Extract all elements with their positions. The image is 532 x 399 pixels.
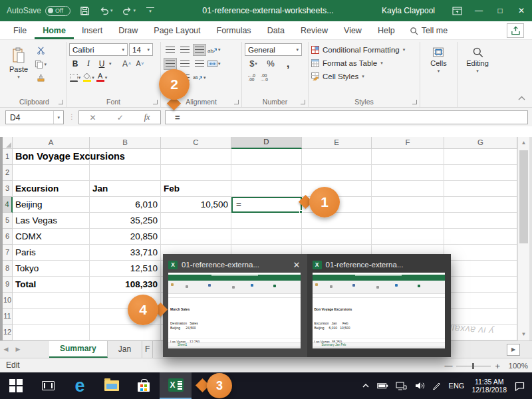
tab-draw[interactable]: Draw: [110, 23, 146, 39]
column-header-a[interactable]: A: [13, 137, 90, 149]
autosave-toggle[interactable]: Off: [45, 6, 70, 16]
vertical-scrollbar[interactable]: ▲ ▼: [517, 137, 529, 340]
cell[interactable]: [302, 229, 372, 245]
dialog-launcher-icon[interactable]: [59, 100, 63, 104]
increase-decimal-button[interactable]: ←.0 .00: [247, 74, 255, 82]
cell[interactable]: [444, 181, 517, 197]
align-left-button[interactable]: [164, 58, 177, 70]
tab-home[interactable]: Home: [35, 23, 74, 39]
tab-data[interactable]: Data: [259, 23, 293, 39]
cell[interactable]: [372, 181, 444, 197]
column-header-e[interactable]: E: [302, 137, 372, 149]
dialog-launcher-icon[interactable]: [301, 100, 305, 104]
name-box[interactable]: D4 ▾: [5, 110, 64, 124]
cell[interactable]: 6,010: [90, 197, 161, 213]
store-button[interactable]: [128, 372, 160, 399]
cell[interactable]: [372, 229, 444, 245]
user-name[interactable]: Kayla Claypool: [382, 6, 435, 15]
select-all-corner[interactable]: [3, 137, 13, 149]
grow-font-button[interactable]: A˄: [121, 57, 133, 70]
cell[interactable]: CDMX: [13, 229, 90, 245]
dialog-launcher-icon[interactable]: [153, 100, 158, 104]
column-header-c[interactable]: C: [161, 137, 231, 149]
cell[interactable]: [90, 325, 161, 340]
cell[interactable]: 108,330: [90, 277, 161, 293]
maximize-button[interactable]: □: [489, 0, 511, 21]
language-indicator[interactable]: ENG: [449, 382, 465, 390]
cell[interactable]: [372, 197, 444, 213]
row-header[interactable]: 6: [3, 229, 13, 245]
cell[interactable]: [444, 213, 517, 229]
formula-input[interactable]: =: [165, 110, 528, 124]
comma-style-button[interactable]: ,: [282, 57, 294, 70]
cell[interactable]: Feb: [161, 181, 231, 197]
tab-insert[interactable]: Insert: [74, 23, 110, 39]
borders-button[interactable]: ▾: [69, 71, 81, 84]
active-cell-d4[interactable]: =: [231, 197, 302, 213]
cell[interactable]: [444, 245, 517, 261]
row-header[interactable]: 7: [3, 245, 13, 261]
cell-styles-button[interactable]: Cell Styles▾: [311, 70, 417, 83]
row-header[interactable]: 1: [3, 149, 13, 165]
percent-style-button[interactable]: %: [265, 57, 277, 70]
preview-window-1[interactable]: X 01-reference-externa... ✕ March Sales …: [163, 254, 307, 357]
cell[interactable]: [372, 149, 444, 165]
cell[interactable]: Bon Voyage Excursions: [13, 149, 90, 165]
zoom-out-button[interactable]: —: [444, 361, 452, 370]
cell[interactable]: Tokyo: [13, 261, 90, 277]
row-header[interactable]: 8: [3, 261, 13, 277]
cell[interactable]: 20,850: [90, 229, 161, 245]
bottom-align-button[interactable]: [193, 44, 206, 56]
font-color-button[interactable]: A ▾: [96, 71, 108, 84]
column-header-d[interactable]: D: [231, 137, 302, 149]
row-header[interactable]: 2: [3, 165, 13, 181]
cell[interactable]: [444, 261, 517, 277]
share-button[interactable]: [507, 23, 524, 38]
cell[interactable]: [161, 213, 231, 229]
tab-view[interactable]: View: [336, 23, 370, 39]
dialog-launcher-icon[interactable]: [234, 100, 239, 104]
cancel-button[interactable]: ✕: [90, 113, 96, 122]
cell[interactable]: [444, 165, 517, 181]
sheet-nav-right-icon[interactable]: ▶: [12, 341, 24, 358]
task-view-button[interactable]: [32, 372, 64, 399]
conditional-formatting-button[interactable]: Conditional Formatting▾: [311, 43, 417, 57]
bold-button[interactable]: B: [69, 57, 81, 70]
cell[interactable]: 10,500: [161, 197, 231, 213]
column-header-f[interactable]: F: [372, 137, 444, 149]
close-button[interactable]: ✕: [511, 0, 532, 21]
shrink-font-button[interactable]: A˅: [134, 57, 146, 70]
cell[interactable]: [13, 325, 90, 340]
tell-me-box[interactable]: Tell me: [403, 23, 455, 39]
cell[interactable]: [372, 165, 444, 181]
clock[interactable]: 11:35 AM 12/18/2018: [471, 378, 507, 394]
dialog-launcher-icon[interactable]: [412, 100, 417, 104]
cell[interactable]: [231, 229, 302, 245]
zoom-slider[interactable]: [456, 366, 491, 366]
battery-icon[interactable]: [377, 382, 388, 389]
redo-button[interactable]: ▾: [122, 7, 136, 15]
tab-review[interactable]: Review: [293, 23, 336, 39]
zoom-slider-thumb[interactable]: [472, 363, 474, 369]
row-header[interactable]: 11: [3, 309, 13, 325]
preview-thumbnail-1[interactable]: March Sales Destination SalesBeijing 24,…: [168, 273, 301, 348]
cell[interactable]: [372, 213, 444, 229]
insert-function-button[interactable]: fx: [144, 112, 150, 122]
cell[interactable]: [444, 293, 517, 309]
cell[interactable]: [302, 165, 372, 181]
fill-color-button[interactable]: ▾: [82, 71, 94, 84]
minimize-button[interactable]: —: [468, 0, 489, 21]
cell[interactable]: [231, 181, 302, 197]
close-icon[interactable]: ✕: [292, 260, 302, 270]
sheet-tab-jan[interactable]: Jan: [108, 341, 142, 358]
format-painter-button[interactable]: [35, 72, 47, 84]
cell[interactable]: [13, 293, 90, 309]
font-name-select[interactable]: Calibri▾: [69, 43, 128, 56]
cell[interactable]: [13, 309, 90, 325]
align-center-button[interactable]: [178, 58, 192, 70]
customize-quick-access-icon[interactable]: ▾: [146, 7, 154, 14]
zoom-level[interactable]: 100%: [504, 362, 528, 370]
column-header-b[interactable]: B: [90, 137, 161, 149]
cell[interactable]: Total: [13, 277, 90, 293]
merge-center-button[interactable]: ▾: [207, 57, 221, 70]
